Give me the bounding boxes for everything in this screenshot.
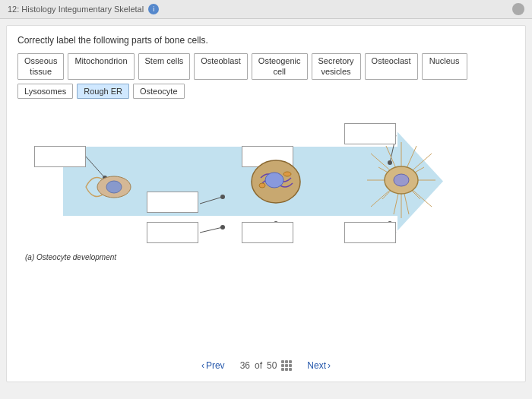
chip-osseous[interactable]: Osseoustissue [17, 53, 64, 80]
svg-point-15 [106, 181, 122, 193]
chip-lysosomes[interactable]: Lysosomes [17, 84, 73, 99]
chip-stem-cells[interactable]: Stem cells [138, 53, 191, 80]
svg-line-2 [200, 227, 223, 233]
chip-mitochondrion[interactable]: Mitochondrion [68, 53, 134, 80]
instruction-text: Correctly label the following parts of b… [17, 35, 515, 46]
blank-box-1[interactable] [34, 146, 86, 167]
chip-osteoclast[interactable]: Osteoclast [365, 53, 418, 80]
chip-osteocyte[interactable]: Osteocyte [133, 84, 185, 99]
svg-point-17 [265, 173, 283, 188]
chip-secretory-vesicles[interactable]: Secretoryvesicles [312, 53, 361, 80]
next-label[interactable]: Next [307, 360, 326, 371]
page-of: of [255, 360, 262, 371]
blank-box-5[interactable] [242, 222, 293, 243]
stem-cell-image [82, 164, 135, 198]
next-button[interactable]: Next › [307, 360, 331, 371]
chip-osteoblast[interactable]: Osteoblast [194, 53, 248, 80]
page-total: 50 [267, 360, 277, 371]
svg-point-9 [220, 225, 225, 230]
chip-osteogenic-cell[interactable]: Osteogeniccell [252, 53, 308, 80]
bottom-nav: ‹ Prev 36 of 50 Next › [7, 354, 525, 377]
diagram-caption: (a) Osteocyte development [25, 253, 116, 261]
diagram-area: (a) Osteocyte development [17, 109, 515, 284]
menu-button[interactable] [512, 3, 524, 15]
prev-label[interactable]: Prev [206, 360, 225, 371]
svg-point-37 [394, 174, 409, 186]
grid-icon[interactable] [281, 360, 292, 371]
page-title: 12: Histology Integumentary Skeletal [8, 5, 144, 14]
svg-point-18 [283, 172, 291, 176]
svg-point-19 [259, 183, 265, 188]
page-number: 36 [240, 360, 250, 371]
prev-button[interactable]: ‹ Prev [201, 360, 225, 371]
chip-rough-er[interactable]: Rough ER [77, 84, 129, 99]
info-icon: i [148, 4, 159, 14]
prev-chevron-icon: ‹ [201, 360, 204, 371]
main-content: Correctly label the following parts of b… [6, 25, 526, 382]
blank-box-3[interactable] [147, 222, 198, 243]
osteocyte-cell-image [363, 138, 439, 222]
blank-box-2[interactable] [147, 192, 198, 213]
next-chevron-icon: › [328, 360, 331, 371]
blank-box-7[interactable] [344, 222, 396, 243]
chip-nucleus[interactable]: Nucleus [422, 53, 467, 80]
top-bar: 12: Histology Integumentary Skeletal i [0, 0, 532, 19]
osteoblast-cell-image [245, 151, 306, 212]
page-info: 36 of 50 [240, 360, 293, 371]
labels-area: Osseoustissue Mitochondrion Stem cells O… [17, 53, 515, 99]
